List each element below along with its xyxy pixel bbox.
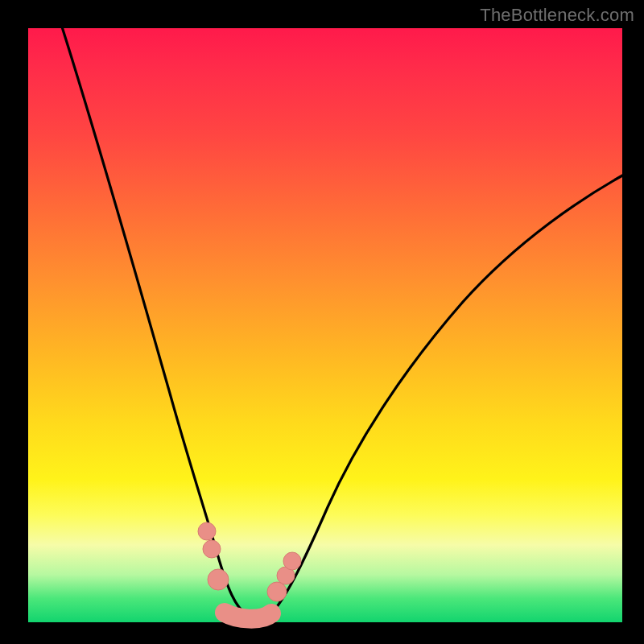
marker-dot [267,582,287,601]
valley-floor [225,613,271,619]
markers [198,522,301,601]
bottleneck-curve [28,28,622,622]
watermark-text: TheBottleneck.com [480,5,634,26]
curve-right-path [270,175,624,615]
chart-frame: TheBottleneck.com [0,0,644,644]
marker-dot [198,522,216,540]
curve-left-path [60,22,247,615]
marker-dot [208,569,229,590]
marker-dot [283,552,301,570]
marker-dot [203,540,221,558]
